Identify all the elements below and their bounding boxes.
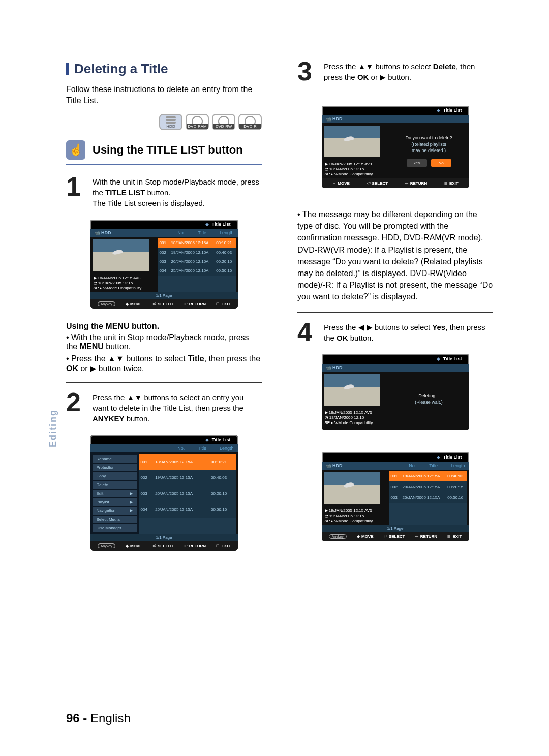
hand-press-icon: ☝ [66,140,85,160]
dvd-r-icon: DVD-R [238,114,262,130]
page-footer: 96 - English [66,711,131,725]
thumb-info: ▶ 18/JAN/2005 12:15 AV3 ◔ 18/JAN/2005 12… [322,160,389,178]
step-3: 3 Press the ▲▼ buttons to select Delete,… [297,61,493,82]
step-1: 1 With the unit in Stop mode/Playback mo… [66,176,262,208]
dvd-rw-icon: DVD-RW [212,114,235,130]
no-button[interactable]: No [431,159,451,167]
menu-bullet-1: With the unit in Stop mode/Playback mode… [66,333,262,351]
using-menu-list: With the unit in Stop mode/Playback mode… [66,333,262,373]
thumbnail-preview [324,472,380,504]
context-menu: Rename Protection Copy Delete Edit▶ Play… [90,452,139,534]
disc-icons-row: HDD DVD-RAM DVD-RW DVD-R [66,114,262,130]
step-2-text: Press the ▲▼ buttons to select an entry … [93,392,262,424]
osd-footer: Anykey ◆MOVE ⏎SELECT ↩RETURN ⊟EXIT [90,299,238,309]
osd-after-delete: ◆Title List 📹 HDD No. Title Length ▶ 19/… [322,452,469,541]
title-table: 00118/JAN/2005 12:15A00:10:21 00219/JAN/… [158,238,236,292]
right-column: 3 Press the ▲▼ buttons to select Delete,… [297,61,493,564]
step-number-4: 4 [297,322,318,343]
deleting-dialog: Deleting... (Please wait.) [415,392,443,405]
osd-anykey-menu: ◆Title List No. Title Length Rename Prot… [90,435,238,551]
step-number-1: 1 [66,176,86,208]
delete-dialog: Do you want to delete? (Related playlist… [405,135,452,167]
osd-deleting: ◆Title List 📹 HDD ▶ 18/JAN/2005 12:15 AV… [322,354,469,430]
thumbnail-preview [324,374,380,406]
osd-confirm: ◆Title List 📹 HDD ▶ 18/JAN/2005 12:15 AV… [322,106,469,188]
rule-2 [297,312,493,313]
title-bar-icon [66,63,69,75]
step-number-3: 3 [297,61,318,82]
osd-footer: Anykey ◆MOVE ⏎SELECT ↩RETURN ⊟EXIT [90,541,238,551]
page-number: 96 - [66,711,87,725]
title-text: Deleting a Title [74,61,168,77]
subtitle-row: ☝ Using the TITLE LIST button [66,140,262,160]
thumbnail-preview [324,126,380,157]
section-title: Deleting a Title [66,61,262,77]
osd-footer: Anykey ◆MOVE ⏎SELECT ↩RETURN ⊟EXIT [322,532,469,541]
using-menu-heading: Using the MENU button. [66,322,262,331]
thumbnail-preview [93,239,149,271]
step-4-text: Press the ◀ ▶ buttons to select Yes, the… [324,322,493,343]
intro-text: Follow these instructions to delete an e… [66,84,262,106]
menu-bullet-2: Press the ▲▼ buttons to select Title, th… [66,354,262,373]
page-lang: English [90,711,131,725]
rule-1 [66,382,262,383]
dvd-ram-icon: DVD-RAM [186,114,209,130]
osd-footer: ↔MOVE ⏎SELECT ↩RETURN ⊟EXIT [322,178,469,188]
left-column: Deleting a Title Follow these instructio… [66,61,262,564]
step-4: 4 Press the ◀ ▶ buttons to select Yes, t… [297,322,493,343]
heading-rule [66,164,262,165]
step-2: 2 Press the ▲▼ buttons to select an entr… [66,392,262,424]
thumb-info: ▶ 18/JAN/2005 12:15 AV3 ◔ 18/JAN/2005 12… [90,274,158,292]
title-table-menu: 00118/JAN/2005 12:15A00:10:21 00219/JAN/… [139,454,236,534]
subtitle-text: Using the TITLE LIST button [93,143,243,157]
step-number-2: 2 [66,392,86,424]
step-3-text: Press the ▲▼ buttons to select Delete, t… [324,61,493,82]
title-table-after: 00119/JAN/2005 12:15A00:40:03 00220/JAN/… [389,471,467,525]
side-tab: Editing [48,409,58,447]
hdd-icon: HDD [159,114,182,130]
step-1-text: With the unit in Stop mode/Playback mode… [93,176,262,208]
yes-button[interactable]: Yes [407,159,427,167]
note-bullet: • The message may be different depending… [297,208,493,303]
osd-title-list: ◆Title List 📹 HDD No. Title Length ▶ 18/… [90,220,238,309]
